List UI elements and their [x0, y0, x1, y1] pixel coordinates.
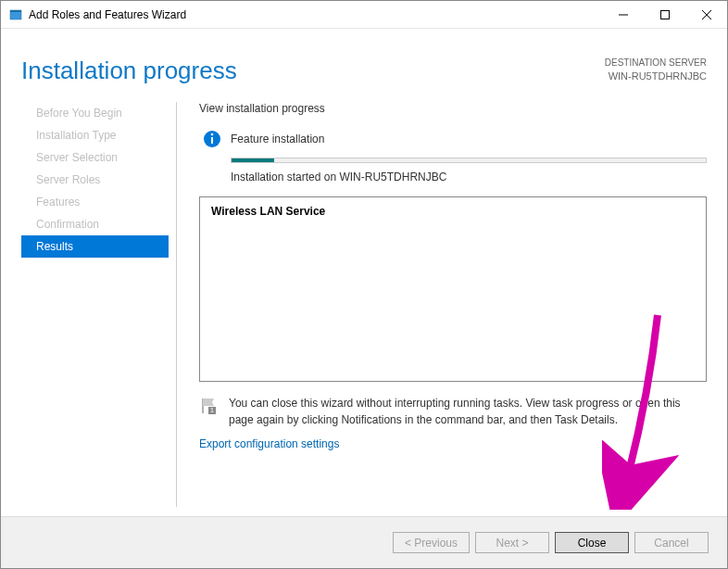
svg-rect-7: [211, 137, 213, 144]
info-icon: [203, 130, 221, 148]
maximize-button[interactable]: [644, 1, 685, 28]
svg-rect-3: [660, 10, 669, 19]
sidebar-item-installation-type: Installation Type: [21, 124, 169, 146]
svg-point-8: [211, 133, 214, 136]
wizard-window: Add Roles and Features Wizard Installati…: [0, 0, 728, 569]
sidebar-item-server-selection: Server Selection: [21, 146, 169, 169]
body-area: Before You Begin Installation Type Serve…: [1, 102, 727, 516]
close-wizard-button[interactable]: Close: [555, 532, 629, 553]
next-button: Next >: [475, 532, 549, 553]
sidebar-item-features: Features: [21, 191, 169, 213]
content-header: View installation progress: [199, 102, 707, 115]
window-title: Add Roles and Features Wizard: [29, 8, 602, 21]
button-bar: < Previous Next > Close Cancel: [1, 516, 727, 568]
sidebar-item-before-you-begin: Before You Begin: [21, 102, 169, 124]
content-area: View installation progress Feature insta…: [177, 102, 707, 507]
progress-fill: [232, 158, 274, 162]
dest-label: DESTINATION SERVER: [605, 57, 707, 70]
export-link[interactable]: Export configuration settings: [199, 437, 707, 450]
status-text: Feature installation: [231, 133, 324, 145]
footer-note: 1 You can close this wizard without inte…: [199, 395, 707, 428]
window-controls: [602, 1, 727, 28]
feature-list: Wireless LAN Service: [199, 196, 707, 382]
app-icon: [8, 7, 23, 22]
header-area: Installation progress DESTINATION SERVER…: [1, 29, 727, 102]
install-status: Installation started on WIN-RU5TDHRNJBC: [231, 171, 707, 183]
wizard-sidebar: Before You Begin Installation Type Serve…: [21, 102, 177, 507]
progress-bar: [231, 158, 707, 163]
footer-text: You can close this wizard without interr…: [229, 395, 707, 428]
feature-item: Wireless LAN Service: [211, 205, 695, 218]
status-row: Feature installation: [199, 130, 707, 148]
dest-name: WIN-RU5TDHRNJBC: [605, 70, 707, 83]
sidebar-item-server-roles: Server Roles: [21, 169, 169, 191]
svg-text:1: 1: [210, 407, 214, 413]
destination-server: DESTINATION SERVER WIN-RU5TDHRNJBC: [605, 57, 707, 83]
sidebar-item-results[interactable]: Results: [21, 235, 169, 258]
cancel-button: Cancel: [634, 532, 709, 553]
flag-icon: 1: [199, 397, 218, 415]
previous-button: < Previous: [393, 532, 470, 553]
close-button[interactable]: [685, 1, 727, 28]
svg-rect-1: [10, 10, 21, 12]
sidebar-item-confirmation: Confirmation: [21, 213, 169, 235]
minimize-button[interactable]: [602, 1, 644, 28]
titlebar: Add Roles and Features Wizard: [1, 1, 727, 29]
page-title: Installation progress: [21, 57, 237, 85]
